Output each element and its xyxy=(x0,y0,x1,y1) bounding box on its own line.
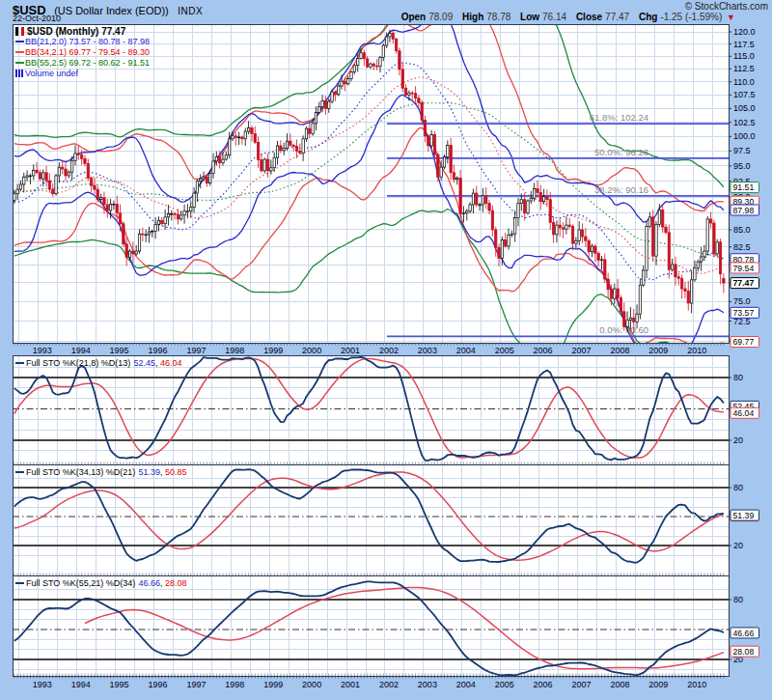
quote-open-label: Open xyxy=(401,12,427,22)
copyright: © StockCharts.com xyxy=(685,1,768,12)
svg-text:1993: 1993 xyxy=(33,680,52,689)
legend-bb34-row: BB(34,2.1) 69.77 - 79.54 - 89.30 xyxy=(15,47,150,58)
svg-text:2000: 2000 xyxy=(302,346,321,355)
svg-text:2001: 2001 xyxy=(341,346,360,355)
svg-text:91.51: 91.51 xyxy=(733,182,755,192)
svg-text:1995: 1995 xyxy=(110,346,129,355)
line-swatch-icon xyxy=(15,51,24,53)
legend-title: $USD (Monthly) 77.47 xyxy=(27,26,125,37)
stoch2-legend: Full STO %K(34,13) %D(21)51.39, 50.85 xyxy=(15,467,186,477)
stoch2-d-value: 50.85 xyxy=(165,467,187,477)
svg-text:110.0: 110.0 xyxy=(733,77,755,87)
stoch1-k-value: 52.45 xyxy=(133,358,155,368)
quote-low-label: Low xyxy=(520,12,539,22)
svg-text:80: 80 xyxy=(733,483,743,492)
stoch3-legend: Full STO %K(55,21) %D(34)46.66, 28.08 xyxy=(15,578,186,588)
line-swatch-icon xyxy=(15,471,24,473)
main-right-axis: 72.575.082.585.090.092.595.097.5100.0102… xyxy=(729,27,759,347)
svg-text:1999: 1999 xyxy=(263,346,283,355)
legend-volume: Volume undef xyxy=(25,69,78,78)
svg-text:82.5: 82.5 xyxy=(733,242,751,252)
svg-text:117.5: 117.5 xyxy=(733,40,755,49)
change-direction-icon: ▼ xyxy=(727,13,735,22)
bottom-x-axis: 1993199419951996199719981999200020012002… xyxy=(14,676,724,689)
svg-text:120.0: 120.0 xyxy=(733,27,756,37)
svg-text:1999: 1999 xyxy=(263,680,283,689)
panel-right-axis: 802046.6628.08 xyxy=(729,595,759,664)
stoch1-label: Full STO %K(21,8) %D(13) xyxy=(26,358,130,368)
svg-text:2003: 2003 xyxy=(418,346,437,355)
line-swatch-icon xyxy=(15,41,24,42)
stockcharts-page: $USD (US Dollar Index (EOD)) INDX 22-Oct… xyxy=(0,0,772,700)
svg-text:2009: 2009 xyxy=(648,680,668,689)
quote-chg-value: -1.25 (-1.59%) xyxy=(660,12,722,22)
svg-text:1994: 1994 xyxy=(71,680,91,689)
svg-text:2008: 2008 xyxy=(610,346,629,355)
svg-text:1996: 1996 xyxy=(148,346,167,355)
quote-close-label: Close xyxy=(576,12,602,22)
svg-text:2003: 2003 xyxy=(418,680,437,689)
main-x-axis: 1993199419951996199719981999200020012002… xyxy=(14,343,724,355)
legend-bb55: BB(55,2.5) 69.72 - 80.62 - 91.51 xyxy=(25,58,150,68)
main-chart-legend: $USD (Monthly) 77.47 BB(21,2.0) 73.57 - … xyxy=(15,26,150,79)
symbol-description: (US Dollar Index (EOD)) xyxy=(54,5,169,16)
stochastic-panel-1: 802052.4546.04 xyxy=(0,355,772,464)
svg-text:2006: 2006 xyxy=(534,346,553,355)
line-swatch-icon xyxy=(15,362,24,364)
stochastic-panel-3: 802046.6628.0819931994199519961997199819… xyxy=(0,575,772,700)
svg-text:97.5: 97.5 xyxy=(733,146,751,155)
quote-high-label: High xyxy=(462,12,483,22)
quote-summary: Open78.09 High78.78 Low76.14 Close77.47 … xyxy=(401,12,735,22)
legend-volume-row: Volume undef xyxy=(15,69,150,79)
svg-text:107.5: 107.5 xyxy=(733,90,756,99)
svg-text:1997: 1997 xyxy=(186,346,206,355)
svg-text:2000: 2000 xyxy=(302,680,321,689)
svg-text:105.0: 105.0 xyxy=(733,103,756,113)
svg-text:2010: 2010 xyxy=(687,680,706,689)
panel-right-axis: 802052.4546.04 xyxy=(729,373,759,445)
quote-close-value: 77.47 xyxy=(605,12,629,22)
line-swatch-icon xyxy=(15,62,24,64)
stoch3-k-value: 46.66 xyxy=(138,578,160,588)
svg-text:2009: 2009 xyxy=(648,346,668,355)
svg-text:2004: 2004 xyxy=(456,680,476,689)
svg-text:20: 20 xyxy=(733,541,743,550)
svg-text:80: 80 xyxy=(733,373,743,382)
svg-text:102.5: 102.5 xyxy=(733,118,756,127)
svg-text:2007: 2007 xyxy=(572,346,592,355)
chart-date: 22-Oct-2010 xyxy=(13,14,61,23)
svg-text:46.66: 46.66 xyxy=(733,629,755,638)
svg-text:112.5: 112.5 xyxy=(733,64,755,73)
svg-text:1998: 1998 xyxy=(225,680,244,689)
svg-text:2005: 2005 xyxy=(495,680,514,689)
svg-text:51.39: 51.39 xyxy=(733,511,755,520)
svg-text:2002: 2002 xyxy=(379,346,399,355)
volume-bars-icon xyxy=(15,70,23,77)
svg-text:100.0: 100.0 xyxy=(733,131,756,141)
svg-text:2001: 2001 xyxy=(341,680,360,689)
svg-text:1995: 1995 xyxy=(110,680,129,689)
stochastic-panel-2: 802050.8551.39 xyxy=(0,464,772,575)
quote-low-value: 76.14 xyxy=(542,12,566,22)
legend-bb34: BB(34,2.1) 69.77 - 79.54 - 89.30 xyxy=(25,47,150,57)
quote-open-value: 78.09 xyxy=(428,12,453,22)
stoch2-k-value: 51.39 xyxy=(138,467,160,477)
candlestick-icon xyxy=(15,27,24,36)
legend-bb21-row: BB(21,2.0) 73.57 - 80.78 - 87.98 xyxy=(15,37,150,47)
svg-text:2007: 2007 xyxy=(572,680,592,689)
svg-text:1996: 1996 xyxy=(148,680,167,689)
svg-text:50.0%: 96.28: 50.0%: 96.28 xyxy=(594,147,648,157)
svg-text:2005: 2005 xyxy=(495,346,514,355)
svg-text:77.47: 77.47 xyxy=(733,278,755,288)
svg-text:69.77: 69.77 xyxy=(733,337,755,347)
stoch1-d-value: 46.04 xyxy=(160,358,182,368)
line-swatch-icon xyxy=(15,582,24,584)
legend-bb55-row: BB(55,2.5) 69.72 - 80.62 - 91.51 xyxy=(15,58,150,69)
svg-text:61.8%: 102.24: 61.8%: 102.24 xyxy=(590,112,648,123)
svg-text:115.0: 115.0 xyxy=(733,51,755,61)
stoch2-label: Full STO %K(34,13) %D(21) xyxy=(26,467,135,477)
svg-text:2010: 2010 xyxy=(687,346,706,355)
svg-text:20: 20 xyxy=(733,435,743,445)
svg-text:80: 80 xyxy=(733,595,743,604)
svg-text:46.04: 46.04 xyxy=(733,408,755,418)
